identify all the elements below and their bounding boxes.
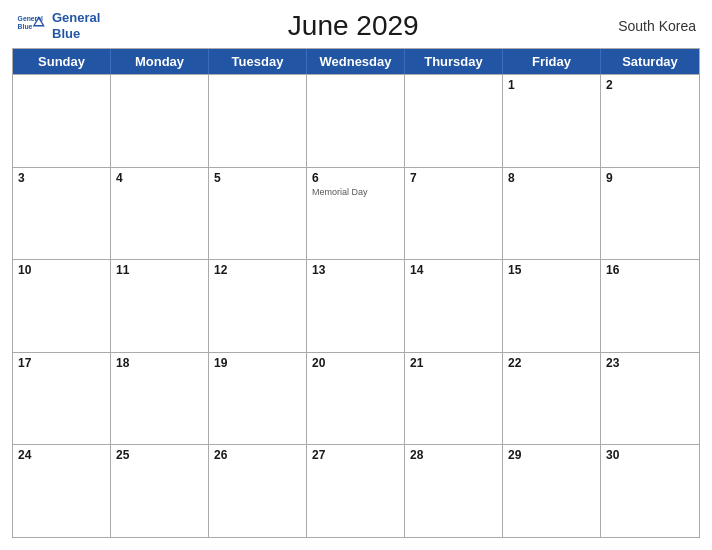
- header-wednesday: Wednesday: [307, 49, 405, 74]
- week-row-3: 10 11 12 13 14 15 16: [13, 259, 699, 352]
- calendar-page: General Blue General Blue June 2029 Sout…: [0, 0, 712, 550]
- day-cell: [111, 75, 209, 167]
- day-cell-13: 13: [307, 260, 405, 352]
- day-number: 20: [312, 356, 399, 370]
- day-cell-22: 22: [503, 353, 601, 445]
- day-number: 5: [214, 171, 301, 185]
- day-cell-4: 4: [111, 168, 209, 260]
- calendar-title: June 2029: [100, 10, 606, 42]
- day-number: 26: [214, 448, 301, 462]
- day-number: 15: [508, 263, 595, 277]
- day-number: 1: [508, 78, 595, 92]
- day-cell-24: 24: [13, 445, 111, 537]
- svg-text:Blue: Blue: [18, 23, 33, 30]
- day-number: 24: [18, 448, 105, 462]
- day-number: 9: [606, 171, 694, 185]
- day-cell-27: 27: [307, 445, 405, 537]
- day-number: 27: [312, 448, 399, 462]
- week-row-1: 1 2: [13, 74, 699, 167]
- day-cell-16: 16: [601, 260, 699, 352]
- day-number: 7: [410, 171, 497, 185]
- day-number: 10: [18, 263, 105, 277]
- day-cell-8: 8: [503, 168, 601, 260]
- day-cell-20: 20: [307, 353, 405, 445]
- day-number: 8: [508, 171, 595, 185]
- day-cell-6: 6 Memorial Day: [307, 168, 405, 260]
- day-number: 13: [312, 263, 399, 277]
- header-monday: Monday: [111, 49, 209, 74]
- day-cell-7: 7: [405, 168, 503, 260]
- logo-line2: Blue: [52, 26, 80, 41]
- logo: General Blue General Blue: [16, 10, 100, 42]
- day-number: 12: [214, 263, 301, 277]
- day-cell: [307, 75, 405, 167]
- general-blue-logo-icon: General Blue: [16, 10, 48, 42]
- day-number: 2: [606, 78, 694, 92]
- day-cell-19: 19: [209, 353, 307, 445]
- day-cell-29: 29: [503, 445, 601, 537]
- day-cell-5: 5: [209, 168, 307, 260]
- logo-line1: General: [52, 10, 100, 25]
- day-number: 23: [606, 356, 694, 370]
- header-friday: Friday: [503, 49, 601, 74]
- day-cell-18: 18: [111, 353, 209, 445]
- day-cell-15: 15: [503, 260, 601, 352]
- day-cell-12: 12: [209, 260, 307, 352]
- day-cell: [13, 75, 111, 167]
- header-saturday: Saturday: [601, 49, 699, 74]
- day-number: 30: [606, 448, 694, 462]
- day-number: 4: [116, 171, 203, 185]
- logo-text: General Blue: [52, 10, 100, 41]
- day-cell-26: 26: [209, 445, 307, 537]
- day-cell-25: 25: [111, 445, 209, 537]
- day-number: 21: [410, 356, 497, 370]
- week-row-4: 17 18 19 20 21 22 23: [13, 352, 699, 445]
- day-number: 22: [508, 356, 595, 370]
- header-tuesday: Tuesday: [209, 49, 307, 74]
- day-cell: [209, 75, 307, 167]
- country-label: South Korea: [606, 18, 696, 34]
- calendar-grid: Sunday Monday Tuesday Wednesday Thursday…: [12, 48, 700, 538]
- day-cell-17: 17: [13, 353, 111, 445]
- day-cell: [405, 75, 503, 167]
- weeks-container: 1 2 3 4 5 6 Memorial Day: [13, 74, 699, 537]
- day-cell-14: 14: [405, 260, 503, 352]
- day-number: 28: [410, 448, 497, 462]
- day-number: 19: [214, 356, 301, 370]
- week-row-2: 3 4 5 6 Memorial Day 7 8: [13, 167, 699, 260]
- event-memorial-day: Memorial Day: [312, 187, 399, 198]
- day-headers-row: Sunday Monday Tuesday Wednesday Thursday…: [13, 49, 699, 74]
- day-cell-30: 30: [601, 445, 699, 537]
- day-cell-28: 28: [405, 445, 503, 537]
- day-number: 3: [18, 171, 105, 185]
- day-cell-11: 11: [111, 260, 209, 352]
- day-number: 14: [410, 263, 497, 277]
- day-number: 6: [312, 171, 399, 185]
- day-number: 18: [116, 356, 203, 370]
- day-number: 25: [116, 448, 203, 462]
- day-cell-10: 10: [13, 260, 111, 352]
- day-number: 16: [606, 263, 694, 277]
- day-number: 11: [116, 263, 203, 277]
- header-sunday: Sunday: [13, 49, 111, 74]
- day-cell-3: 3: [13, 168, 111, 260]
- day-cell-2: 2: [601, 75, 699, 167]
- day-number: 17: [18, 356, 105, 370]
- page-header: General Blue General Blue June 2029 Sout…: [12, 10, 700, 42]
- day-cell-23: 23: [601, 353, 699, 445]
- day-cell-9: 9: [601, 168, 699, 260]
- week-row-5: 24 25 26 27 28 29 30: [13, 444, 699, 537]
- header-thursday: Thursday: [405, 49, 503, 74]
- day-cell-1: 1: [503, 75, 601, 167]
- day-cell-21: 21: [405, 353, 503, 445]
- day-number: 29: [508, 448, 595, 462]
